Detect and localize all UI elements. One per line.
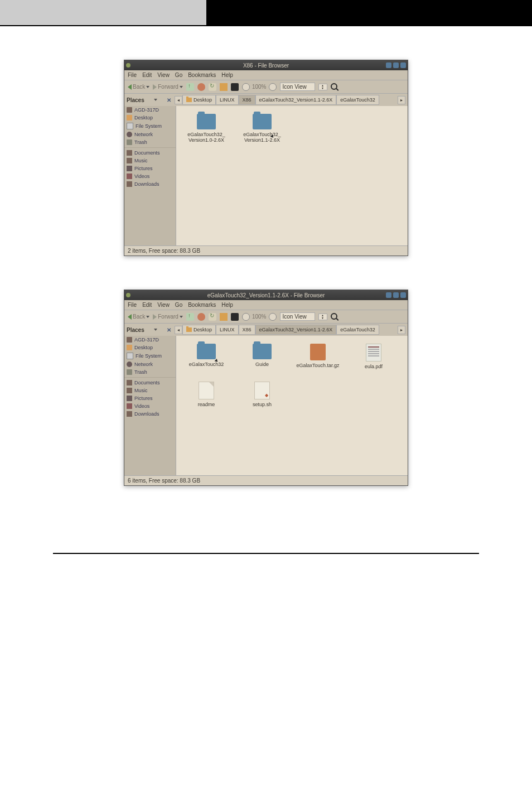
menu-help[interactable]: Help — [221, 302, 233, 308]
path-scroll-right[interactable]: ▸ — [398, 326, 405, 334]
sidebar-item[interactable]: Videos — [124, 172, 176, 180]
breadcrumb-item[interactable]: Desktop — [182, 95, 216, 105]
sidebar-item-icon — [127, 403, 132, 409]
reload-button[interactable] — [209, 313, 216, 321]
up-button[interactable] — [186, 83, 194, 91]
breadcrumb-item[interactable]: eGalaxTouch32 — [336, 95, 379, 105]
maximize-button[interactable] — [393, 62, 399, 68]
menu-edit[interactable]: Edit — [142, 302, 152, 308]
path-scroll-left[interactable]: ◂ — [175, 326, 182, 334]
menu-view[interactable]: View — [157, 302, 170, 308]
sidebar-item[interactable]: File System — [124, 351, 176, 360]
breadcrumb-label: eGalaxTouch32 — [340, 97, 375, 103]
titlebar[interactable]: eGalaxTouch32_Version1.1-2.6X - File Bro… — [124, 290, 408, 300]
menu-go[interactable]: Go — [175, 302, 182, 308]
menu-edit[interactable]: Edit — [142, 72, 152, 78]
computer-button[interactable] — [231, 313, 239, 321]
file-item[interactable]: eGalaxTouch32 — [184, 344, 229, 370]
menu-help[interactable]: Help — [221, 72, 233, 78]
menu-go[interactable]: Go — [175, 72, 182, 78]
home-button[interactable] — [220, 313, 228, 321]
window-menu-icon[interactable] — [126, 293, 130, 297]
breadcrumb-item[interactable]: eGalaxTouch32 — [336, 325, 379, 335]
file-item[interactable]: setup.sh — [240, 382, 284, 407]
menu-bookmarks[interactable]: Bookmarks — [188, 72, 216, 78]
zoom-in-icon[interactable] — [269, 313, 277, 321]
sidebar-item[interactable]: Trash — [124, 138, 176, 146]
places-header[interactable]: Places ✕ — [127, 327, 175, 333]
maximize-button[interactable] — [393, 292, 399, 298]
breadcrumb-item[interactable]: LINUX — [216, 95, 239, 105]
sidebar-item[interactable]: Documents — [124, 149, 176, 157]
up-button[interactable] — [186, 313, 194, 321]
file-item[interactable]: eula.pdf — [351, 344, 396, 370]
menu-file[interactable]: File — [128, 302, 137, 308]
breadcrumb-item[interactable]: Desktop — [182, 325, 216, 335]
sidebar-item[interactable]: Network — [124, 360, 176, 368]
forward-button[interactable]: Forward — [153, 314, 183, 320]
sidebar-item[interactable]: Network — [124, 131, 176, 138]
stop-button[interactable] — [197, 83, 205, 91]
breadcrumb-item[interactable]: X86 — [239, 325, 255, 335]
breadcrumb-item[interactable]: X86 — [239, 95, 255, 105]
minimize-button[interactable] — [386, 292, 391, 298]
path-scroll-right[interactable]: ▸ — [398, 96, 405, 104]
file-item[interactable]: Guide — [240, 344, 284, 370]
breadcrumb-item[interactable]: eGalaxTouch32_Version1.1-2.6X — [255, 325, 337, 335]
zoom-out-icon[interactable] — [242, 313, 250, 321]
file-item[interactable]: readme — [184, 382, 229, 407]
menu-bookmarks[interactable]: Bookmarks — [188, 302, 216, 308]
sidebar-item[interactable]: Trash — [124, 368, 176, 376]
main-pane[interactable]: eGalaxTouch32_Version1.0-2.6XeGalaxTouch… — [176, 106, 408, 245]
places-header[interactable]: Places ✕ — [127, 97, 175, 103]
path-scroll-left[interactable]: ◂ — [175, 96, 182, 104]
sidebar-item[interactable]: AGD-317D — [124, 106, 176, 114]
breadcrumb-item[interactable]: LINUX — [216, 325, 239, 335]
close-button[interactable] — [400, 292, 406, 298]
view-mode-select[interactable]: Icon View — [280, 312, 315, 321]
file-item[interactable]: eGalaxTouch32_Version1.1-2.6X — [240, 114, 284, 146]
sidebar-item[interactable]: Pictures — [124, 394, 176, 402]
view-spinner[interactable]: ▴▾ — [318, 84, 327, 90]
sidebar-item[interactable]: Desktop — [124, 114, 176, 122]
main-pane[interactable]: eGalaxTouch32GuideeGalaxTouch.tar.gzeula… — [176, 336, 408, 475]
sidebar-item[interactable]: Documents — [124, 379, 176, 387]
back-button[interactable]: Back — [128, 84, 149, 90]
stop-button[interactable] — [197, 313, 205, 321]
sidebar-item[interactable]: Desktop — [124, 344, 176, 351]
window-menu-icon[interactable] — [126, 63, 130, 68]
file-label: Guide — [255, 362, 269, 367]
sidebar-item-label: AGD-317D — [134, 337, 159, 343]
sidebar-item[interactable]: AGD-317D — [124, 336, 176, 344]
sidebar-item[interactable]: File System — [124, 122, 176, 131]
sidebar-close-icon[interactable]: ✕ — [167, 327, 171, 333]
sidebar-item[interactable]: Music — [124, 387, 176, 394]
zoom-in-icon[interactable] — [269, 83, 277, 91]
reload-button[interactable] — [209, 83, 216, 91]
close-button[interactable] — [400, 62, 406, 68]
search-icon[interactable] — [331, 83, 338, 91]
menu-file[interactable]: File — [128, 72, 137, 78]
sidebar-item[interactable]: Downloads — [124, 410, 176, 418]
sidebar-item[interactable]: Music — [124, 157, 176, 165]
forward-button[interactable]: Forward — [153, 84, 183, 90]
sidebar-item[interactable]: Pictures — [124, 165, 176, 172]
titlebar[interactable]: X86 - File Browser — [124, 60, 408, 70]
menu-view[interactable]: View — [157, 72, 170, 78]
sidebar-close-icon[interactable]: ✕ — [167, 97, 171, 103]
view-spinner[interactable]: ▴▾ — [318, 314, 327, 320]
file-item[interactable]: eGalaxTouch.tar.gz — [296, 344, 340, 370]
sidebar-item[interactable]: Videos — [124, 402, 176, 410]
file-item[interactable]: eGalaxTouch32_Version1.0-2.6X — [184, 114, 229, 146]
computer-button[interactable] — [231, 83, 239, 91]
view-mode-select[interactable]: Icon View — [280, 83, 315, 91]
sidebar-item-icon — [127, 132, 132, 137]
minimize-button[interactable] — [386, 62, 391, 68]
home-button[interactable] — [220, 83, 228, 91]
back-label: Back — [133, 314, 145, 320]
breadcrumb-item[interactable]: eGalaxTouch32_Version1.1-2.6X — [255, 95, 337, 105]
sidebar-item[interactable]: Downloads — [124, 180, 176, 188]
search-icon[interactable] — [331, 313, 338, 321]
back-button[interactable]: Back — [128, 314, 149, 320]
zoom-out-icon[interactable] — [242, 83, 250, 91]
